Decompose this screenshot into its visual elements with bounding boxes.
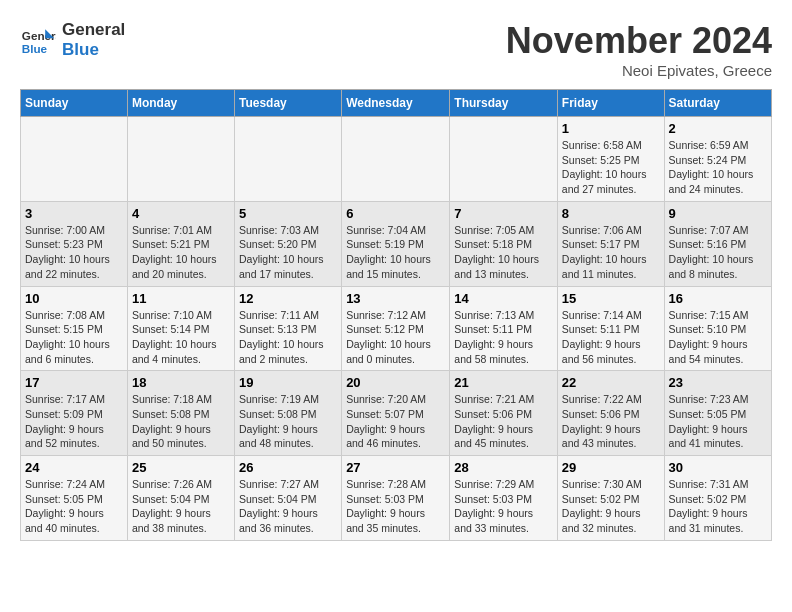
day-number: 19 [239, 375, 337, 390]
calendar-cell: 10Sunrise: 7:08 AM Sunset: 5:15 PM Dayli… [21, 286, 128, 371]
day-number: 28 [454, 460, 553, 475]
col-monday: Monday [127, 90, 234, 117]
calendar-cell [21, 117, 128, 202]
title-block: November 2024 Neoi Epivates, Greece [506, 20, 772, 79]
calendar-cell: 26Sunrise: 7:27 AM Sunset: 5:04 PM Dayli… [234, 456, 341, 541]
day-number: 26 [239, 460, 337, 475]
day-number: 13 [346, 291, 445, 306]
day-info: Sunrise: 7:31 AM Sunset: 5:02 PM Dayligh… [669, 477, 767, 536]
calendar-cell: 13Sunrise: 7:12 AM Sunset: 5:12 PM Dayli… [342, 286, 450, 371]
day-number: 12 [239, 291, 337, 306]
calendar-table: Sunday Monday Tuesday Wednesday Thursday… [20, 89, 772, 541]
svg-text:Blue: Blue [22, 42, 48, 55]
day-info: Sunrise: 7:22 AM Sunset: 5:06 PM Dayligh… [562, 392, 660, 451]
page-header: General Blue General Blue November 2024 … [20, 20, 772, 79]
logo-icon: General Blue [20, 22, 56, 58]
calendar-cell: 23Sunrise: 7:23 AM Sunset: 5:05 PM Dayli… [664, 371, 771, 456]
day-number: 6 [346, 206, 445, 221]
day-number: 7 [454, 206, 553, 221]
day-info: Sunrise: 7:28 AM Sunset: 5:03 PM Dayligh… [346, 477, 445, 536]
calendar-cell: 6Sunrise: 7:04 AM Sunset: 5:19 PM Daylig… [342, 201, 450, 286]
col-saturday: Saturday [664, 90, 771, 117]
calendar-cell: 25Sunrise: 7:26 AM Sunset: 5:04 PM Dayli… [127, 456, 234, 541]
calendar-cell: 3Sunrise: 7:00 AM Sunset: 5:23 PM Daylig… [21, 201, 128, 286]
logo-line2: Blue [62, 40, 125, 60]
day-info: Sunrise: 7:00 AM Sunset: 5:23 PM Dayligh… [25, 223, 123, 282]
calendar-cell: 8Sunrise: 7:06 AM Sunset: 5:17 PM Daylig… [557, 201, 664, 286]
day-info: Sunrise: 7:23 AM Sunset: 5:05 PM Dayligh… [669, 392, 767, 451]
calendar-cell: 27Sunrise: 7:28 AM Sunset: 5:03 PM Dayli… [342, 456, 450, 541]
day-number: 14 [454, 291, 553, 306]
day-number: 3 [25, 206, 123, 221]
day-info: Sunrise: 7:18 AM Sunset: 5:08 PM Dayligh… [132, 392, 230, 451]
calendar-cell: 24Sunrise: 7:24 AM Sunset: 5:05 PM Dayli… [21, 456, 128, 541]
day-number: 22 [562, 375, 660, 390]
calendar-header: Sunday Monday Tuesday Wednesday Thursday… [21, 90, 772, 117]
calendar-cell: 30Sunrise: 7:31 AM Sunset: 5:02 PM Dayli… [664, 456, 771, 541]
header-row: Sunday Monday Tuesday Wednesday Thursday… [21, 90, 772, 117]
calendar-week-2: 3Sunrise: 7:00 AM Sunset: 5:23 PM Daylig… [21, 201, 772, 286]
day-info: Sunrise: 7:17 AM Sunset: 5:09 PM Dayligh… [25, 392, 123, 451]
day-info: Sunrise: 7:13 AM Sunset: 5:11 PM Dayligh… [454, 308, 553, 367]
day-info: Sunrise: 7:06 AM Sunset: 5:17 PM Dayligh… [562, 223, 660, 282]
day-info: Sunrise: 7:10 AM Sunset: 5:14 PM Dayligh… [132, 308, 230, 367]
day-number: 2 [669, 121, 767, 136]
calendar-cell [127, 117, 234, 202]
logo-line1: General [62, 20, 125, 40]
day-number: 15 [562, 291, 660, 306]
month-title: November 2024 [506, 20, 772, 62]
calendar-cell: 15Sunrise: 7:14 AM Sunset: 5:11 PM Dayli… [557, 286, 664, 371]
calendar-cell: 5Sunrise: 7:03 AM Sunset: 5:20 PM Daylig… [234, 201, 341, 286]
calendar-cell: 2Sunrise: 6:59 AM Sunset: 5:24 PM Daylig… [664, 117, 771, 202]
calendar-cell: 18Sunrise: 7:18 AM Sunset: 5:08 PM Dayli… [127, 371, 234, 456]
calendar-cell: 29Sunrise: 7:30 AM Sunset: 5:02 PM Dayli… [557, 456, 664, 541]
day-info: Sunrise: 7:20 AM Sunset: 5:07 PM Dayligh… [346, 392, 445, 451]
day-info: Sunrise: 7:04 AM Sunset: 5:19 PM Dayligh… [346, 223, 445, 282]
day-number: 21 [454, 375, 553, 390]
calendar-cell: 19Sunrise: 7:19 AM Sunset: 5:08 PM Dayli… [234, 371, 341, 456]
day-number: 9 [669, 206, 767, 221]
day-number: 24 [25, 460, 123, 475]
calendar-week-1: 1Sunrise: 6:58 AM Sunset: 5:25 PM Daylig… [21, 117, 772, 202]
day-info: Sunrise: 7:11 AM Sunset: 5:13 PM Dayligh… [239, 308, 337, 367]
day-info: Sunrise: 7:24 AM Sunset: 5:05 PM Dayligh… [25, 477, 123, 536]
day-number: 1 [562, 121, 660, 136]
day-number: 27 [346, 460, 445, 475]
day-number: 20 [346, 375, 445, 390]
day-info: Sunrise: 6:59 AM Sunset: 5:24 PM Dayligh… [669, 138, 767, 197]
calendar-cell: 14Sunrise: 7:13 AM Sunset: 5:11 PM Dayli… [450, 286, 558, 371]
calendar-cell: 21Sunrise: 7:21 AM Sunset: 5:06 PM Dayli… [450, 371, 558, 456]
day-number: 11 [132, 291, 230, 306]
day-info: Sunrise: 7:07 AM Sunset: 5:16 PM Dayligh… [669, 223, 767, 282]
calendar-cell: 20Sunrise: 7:20 AM Sunset: 5:07 PM Dayli… [342, 371, 450, 456]
location-subtitle: Neoi Epivates, Greece [506, 62, 772, 79]
day-number: 4 [132, 206, 230, 221]
day-info: Sunrise: 7:27 AM Sunset: 5:04 PM Dayligh… [239, 477, 337, 536]
col-sunday: Sunday [21, 90, 128, 117]
col-wednesday: Wednesday [342, 90, 450, 117]
day-number: 10 [25, 291, 123, 306]
col-tuesday: Tuesday [234, 90, 341, 117]
day-info: Sunrise: 7:19 AM Sunset: 5:08 PM Dayligh… [239, 392, 337, 451]
calendar-cell: 4Sunrise: 7:01 AM Sunset: 5:21 PM Daylig… [127, 201, 234, 286]
calendar-cell: 9Sunrise: 7:07 AM Sunset: 5:16 PM Daylig… [664, 201, 771, 286]
day-info: Sunrise: 7:21 AM Sunset: 5:06 PM Dayligh… [454, 392, 553, 451]
calendar-cell [450, 117, 558, 202]
day-number: 25 [132, 460, 230, 475]
day-info: Sunrise: 6:58 AM Sunset: 5:25 PM Dayligh… [562, 138, 660, 197]
day-number: 16 [669, 291, 767, 306]
day-number: 29 [562, 460, 660, 475]
calendar-cell [234, 117, 341, 202]
day-number: 8 [562, 206, 660, 221]
day-info: Sunrise: 7:30 AM Sunset: 5:02 PM Dayligh… [562, 477, 660, 536]
calendar-cell: 1Sunrise: 6:58 AM Sunset: 5:25 PM Daylig… [557, 117, 664, 202]
calendar-cell: 28Sunrise: 7:29 AM Sunset: 5:03 PM Dayli… [450, 456, 558, 541]
day-info: Sunrise: 7:12 AM Sunset: 5:12 PM Dayligh… [346, 308, 445, 367]
day-info: Sunrise: 7:01 AM Sunset: 5:21 PM Dayligh… [132, 223, 230, 282]
calendar-cell: 17Sunrise: 7:17 AM Sunset: 5:09 PM Dayli… [21, 371, 128, 456]
col-thursday: Thursday [450, 90, 558, 117]
day-info: Sunrise: 7:05 AM Sunset: 5:18 PM Dayligh… [454, 223, 553, 282]
day-number: 18 [132, 375, 230, 390]
day-number: 17 [25, 375, 123, 390]
day-info: Sunrise: 7:15 AM Sunset: 5:10 PM Dayligh… [669, 308, 767, 367]
